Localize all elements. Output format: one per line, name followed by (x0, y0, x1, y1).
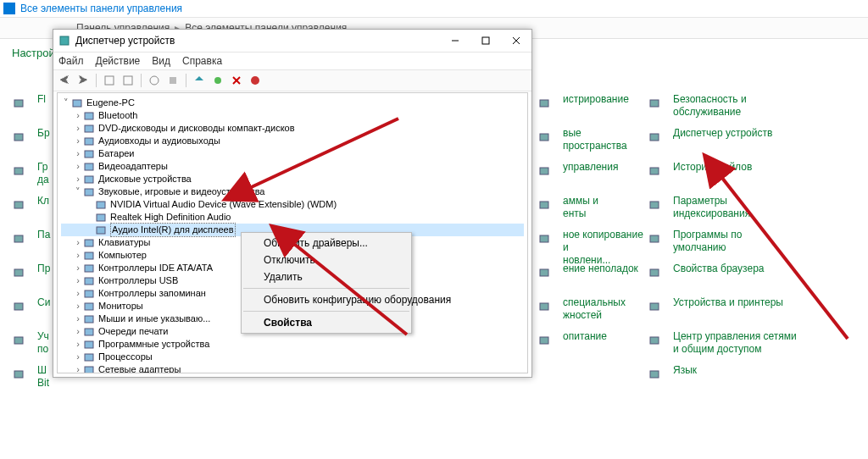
svg-rect-16 (540, 337, 548, 344)
tree-twist-icon[interactable]: › (73, 249, 83, 262)
tree-twist-icon[interactable]: › (73, 351, 83, 363)
control-panel-item[interactable]: Кл (8, 195, 49, 227)
svg-rect-18 (650, 134, 659, 141)
control-panel-item[interactable]: Параметрыиндексирования (644, 195, 856, 227)
tree-row[interactable]: ˅Звуковые, игровые и видеоустройства (61, 185, 524, 198)
ctx-delete[interactable]: Удалить (242, 268, 411, 285)
tree-twist-icon[interactable]: › (73, 122, 83, 135)
tree-row[interactable]: ›Сетевые адаптеры (61, 363, 524, 373)
control-panel-item[interactable]: аммы иенты (534, 195, 644, 227)
maximize-button[interactable] (470, 30, 501, 52)
tree-twist-icon[interactable]: › (73, 312, 83, 325)
control-panel-item[interactable]: ение неполадок (534, 263, 644, 295)
control-panel-item[interactable]: Программы поумолчанию (644, 229, 856, 261)
tree-label: Очереди печати (98, 325, 169, 338)
minimize-button[interactable] (440, 30, 470, 52)
control-panel-item-icon (644, 364, 665, 384)
control-panel-item[interactable]: Безопасность иобслуживание (644, 93, 856, 125)
tree-twist-icon[interactable]: › (73, 236, 83, 249)
device-icon (83, 250, 95, 262)
tree-row[interactable]: ›Аудиовходы и аудиовыходы (61, 135, 524, 147)
device-manager-menubar[interactable]: Файл Действие Вид Справка (53, 53, 531, 69)
control-panel-item[interactable]: Пр (8, 263, 49, 295)
help-toolbar-button[interactable] (147, 73, 162, 88)
update-driver-button[interactable] (192, 73, 207, 88)
svg-rect-3 (14, 202, 23, 208)
control-panel-item[interactable]: История файлов (644, 161, 856, 193)
menu-action[interactable]: Действие (96, 55, 141, 67)
tree-twist-icon[interactable]: › (73, 325, 83, 338)
control-panel-item[interactable]: Бр (8, 127, 49, 159)
ctx-disable[interactable]: Отключить (242, 252, 411, 268)
control-panel-item[interactable]: истрирование (534, 93, 644, 125)
tree-row[interactable]: ›Программные устройства (61, 338, 524, 351)
menu-view[interactable]: Вид (152, 55, 170, 67)
tree-twist-icon[interactable]: › (73, 300, 83, 312)
show-hidden-button[interactable] (102, 73, 117, 88)
control-panel-item[interactable]: Грда (8, 161, 49, 193)
tree-twist-icon[interactable]: › (73, 287, 83, 300)
svg-rect-59 (85, 341, 93, 348)
device-icon (83, 263, 95, 274)
ctx-update-drivers[interactable]: Обновить драйверы... (242, 235, 411, 252)
device-manager-titlebar[interactable]: Диспетчер устройств (53, 30, 531, 53)
ctx-divider-1 (243, 288, 409, 289)
tree-twist-icon[interactable]: ˅ (61, 97, 71, 109)
control-panel-item-label: Fl (37, 93, 46, 106)
tree-twist-icon[interactable]: › (73, 363, 83, 373)
context-menu: Обновить драйверы... Отключить Удалить О… (241, 232, 412, 334)
scan-hardware-button[interactable] (210, 73, 225, 88)
tree-twist-icon[interactable]: › (73, 147, 83, 160)
tree-row[interactable]: Realtek High Definition Audio (61, 211, 524, 224)
ctx-refresh-config[interactable]: Обновить конфигурацию оборудования (242, 291, 411, 308)
disable-button[interactable] (248, 73, 263, 88)
tree-row[interactable]: NVIDIA Virtual Audio Device (Wave Extens… (61, 198, 524, 211)
control-panel-item[interactable]: ШBit (8, 364, 49, 396)
tree-row[interactable]: ›Дисковые устройства (61, 173, 524, 185)
tree-twist-icon[interactable]: ˅ (73, 185, 83, 198)
control-panel-item[interactable]: Си (8, 296, 49, 329)
tree-twist-icon[interactable]: › (73, 160, 83, 173)
tree-row[interactable]: ›Батареи (61, 147, 524, 160)
svg-rect-61 (85, 367, 93, 373)
tree-row[interactable]: ›Видеоадаптеры (61, 160, 524, 173)
tree-row[interactable]: ›DVD-дисководы и дисководы компакт-диско… (61, 122, 524, 135)
control-panel-item[interactable]: Центр управления сетямии общим доступом (644, 330, 856, 362)
properties-toolbar-button[interactable] (165, 73, 181, 88)
menu-file[interactable]: Файл (58, 55, 84, 67)
tree-row[interactable]: ›Bluetooth (61, 109, 524, 122)
control-panel-item[interactable]: Диспетчер устройств (644, 127, 856, 159)
tree-twist-icon[interactable]: › (73, 274, 83, 287)
control-panel-item[interactable]: Па (8, 229, 49, 261)
control-panel-item[interactable]: Учпо (8, 330, 49, 362)
tree-twist-icon[interactable]: › (73, 338, 83, 351)
forward-button[interactable]: ⮞ (75, 73, 91, 88)
control-panel-item[interactable]: вые пространства (534, 127, 644, 159)
control-panel-item[interactable]: Язык (644, 364, 856, 396)
control-panel-item[interactable]: Свойства браузера (644, 263, 856, 295)
tree-twist-icon[interactable]: › (73, 135, 83, 147)
control-panel-item-icon (8, 263, 29, 283)
svg-rect-43 (85, 138, 93, 145)
control-panel-item[interactable]: опитание (534, 330, 644, 362)
ctx-properties[interactable]: Свойства (242, 314, 411, 331)
view-button[interactable] (120, 73, 136, 88)
back-button[interactable]: ⮜ (57, 73, 72, 88)
menu-help[interactable]: Справка (182, 55, 222, 67)
control-panel-item[interactable]: специальныхжностей (534, 296, 644, 329)
close-button[interactable] (501, 30, 531, 52)
control-panel-item[interactable]: ное копирование иновлени... (534, 229, 644, 261)
tree-row[interactable]: ›Процессоры (61, 351, 524, 363)
tree-row[interactable]: ˅Eugene-PC (61, 97, 524, 109)
tree-label: Контроллеры IDE ATA/ATA (98, 262, 213, 274)
control-panel-item-icon (644, 296, 665, 317)
control-panel-item[interactable]: Устройства и принтеры (644, 296, 856, 329)
tree-label: Процессоры (98, 351, 153, 363)
tree-twist-icon[interactable]: › (73, 109, 83, 122)
tree-twist-icon[interactable]: › (73, 262, 83, 274)
control-panel-item[interactable]: управления (534, 161, 644, 193)
uninstall-button[interactable] (229, 73, 244, 88)
tree-twist-icon[interactable]: › (73, 173, 83, 185)
tree-label: Звуковые, игровые и видеоустройства (98, 185, 265, 198)
control-panel-item[interactable]: Fl (8, 93, 49, 125)
